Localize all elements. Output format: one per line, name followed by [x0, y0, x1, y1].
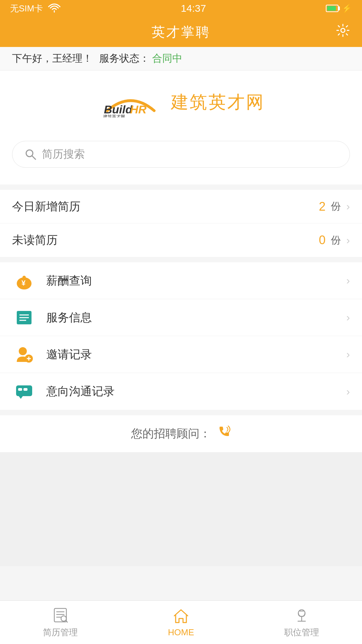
stat-row-new-resumes[interactable]: 今日新增简历 2 份 › — [0, 190, 362, 223]
svg-point-13 — [19, 347, 27, 355]
search-placeholder: 简历搜索 — [42, 147, 85, 162]
menu-row-invite[interactable]: 邀请记录 › — [0, 336, 362, 373]
salary-icon: ¥ — [14, 271, 34, 291]
unread-resumes-label: 未读简历 — [12, 232, 58, 248]
sim-status: 无SIM卡 — [10, 3, 43, 14]
chevron-icon-2: › — [346, 234, 350, 247]
unread-resumes-count: 0 — [319, 233, 325, 247]
bottom-nav: 简历管理 HOME 职位管理 — [0, 600, 362, 644]
menu-left-invite: 邀请记录 — [12, 342, 92, 367]
salary-label: 薪酬查询 — [46, 273, 92, 288]
menu-left-salary: ¥ 薪酬查询 — [12, 269, 92, 293]
resume-nav-label: 简历管理 — [43, 627, 78, 638]
chevron-icon: › — [346, 200, 350, 213]
new-resumes-right: 2 份 › — [319, 200, 350, 214]
buildhr-logo-img: Build HR 建筑英才网 — [97, 87, 164, 117]
svg-text:建筑英才网: 建筑英才网 — [103, 114, 125, 117]
status-value: 合同中 — [152, 53, 182, 64]
wifi-icon — [48, 3, 61, 13]
battery-icon — [326, 5, 339, 12]
service-icon-wrap — [12, 306, 36, 330]
chat-chevron: › — [346, 385, 350, 398]
home-nav-icon — [172, 607, 190, 625]
status-time: 14:37 — [181, 3, 206, 14]
brand-name-cn: 建筑英才网 — [171, 91, 265, 114]
service-label: 服务信息 — [46, 310, 92, 325]
advisor-section: 您的招聘顾问： — [0, 415, 362, 452]
stats-section: 今日新增简历 2 份 › 未读简历 0 份 › — [0, 190, 362, 257]
chat-icon — [14, 381, 34, 401]
chat-icon-wrap — [12, 379, 36, 404]
charge-icon: ⚡ — [342, 4, 352, 13]
menu-row-chat[interactable]: 意向沟通记录 › — [0, 373, 362, 410]
logo-container: Build HR 建筑英才网 建筑英才网 — [97, 87, 265, 117]
service-chevron: › — [346, 311, 350, 324]
status-bar: 无SIM卡 14:37 ⚡ — [0, 0, 362, 17]
settings-icon[interactable] — [336, 23, 350, 41]
nav-item-jobs[interactable]: 职位管理 — [241, 601, 362, 644]
gray-area — [0, 452, 362, 566]
phone-call-icon — [216, 425, 231, 439]
app-title: 英才掌聘 — [152, 23, 210, 41]
home-nav-label: HOME — [168, 627, 194, 638]
service-icon — [14, 308, 34, 328]
search-bar: 简历搜索 — [0, 141, 362, 184]
app-header: 英才掌聘 — [0, 17, 362, 47]
greeting-text: 下午好，王经理！ — [12, 52, 93, 65]
svg-point-0 — [341, 29, 345, 33]
svg-rect-18 — [18, 388, 22, 391]
svg-line-5 — [32, 156, 36, 159]
advisor-label: 您的招聘顾问： — [131, 426, 211, 441]
unread-resumes-unit: 份 — [331, 233, 341, 247]
menu-section: ¥ 薪酬查询 › 服务信息 › — [0, 262, 362, 410]
phone-icon[interactable] — [216, 425, 231, 443]
status-label: 服务状态： 合同中 — [99, 52, 182, 65]
svg-rect-19 — [23, 388, 27, 391]
menu-row-salary[interactable]: ¥ 薪酬查询 › — [0, 262, 362, 299]
menu-left-service: 服务信息 — [12, 306, 92, 330]
invite-chevron: › — [346, 348, 350, 361]
menu-row-service[interactable]: 服务信息 › — [0, 299, 362, 336]
invite-icon-wrap — [12, 342, 36, 367]
resume-nav-icon — [52, 606, 69, 624]
svg-text:¥: ¥ — [21, 279, 26, 287]
nav-item-resume[interactable]: 简历管理 — [0, 601, 121, 644]
nav-item-home[interactable]: HOME — [121, 601, 241, 644]
logo-section: Build HR 建筑英才网 建筑英才网 — [0, 70, 362, 141]
welcome-bar: 下午好，王经理！ 服务状态： 合同中 — [0, 47, 362, 70]
svg-rect-17 — [16, 385, 32, 396]
stat-row-unread-resumes[interactable]: 未读简历 0 份 › — [0, 223, 362, 257]
salary-icon-wrap: ¥ — [12, 269, 36, 293]
chat-label: 意向沟通记录 — [46, 384, 115, 399]
unread-resumes-right: 0 份 › — [319, 233, 350, 247]
new-resumes-unit: 份 — [331, 200, 341, 213]
search-icon — [24, 148, 37, 160]
invite-label: 邀请记录 — [46, 347, 92, 362]
job-nav-icon — [293, 606, 310, 624]
status-right: ⚡ — [326, 4, 352, 13]
status-left: 无SIM卡 — [10, 3, 61, 14]
salary-chevron: › — [346, 274, 350, 287]
menu-left-chat: 意向沟通记录 — [12, 379, 115, 404]
job-nav-label: 职位管理 — [284, 627, 319, 638]
new-resumes-count: 2 — [319, 200, 325, 214]
svg-rect-20 — [54, 608, 66, 622]
new-resumes-label: 今日新增简历 — [12, 199, 80, 214]
search-input-wrap[interactable]: 简历搜索 — [12, 141, 350, 168]
invite-icon — [14, 344, 34, 365]
svg-text:HR: HR — [130, 103, 147, 116]
